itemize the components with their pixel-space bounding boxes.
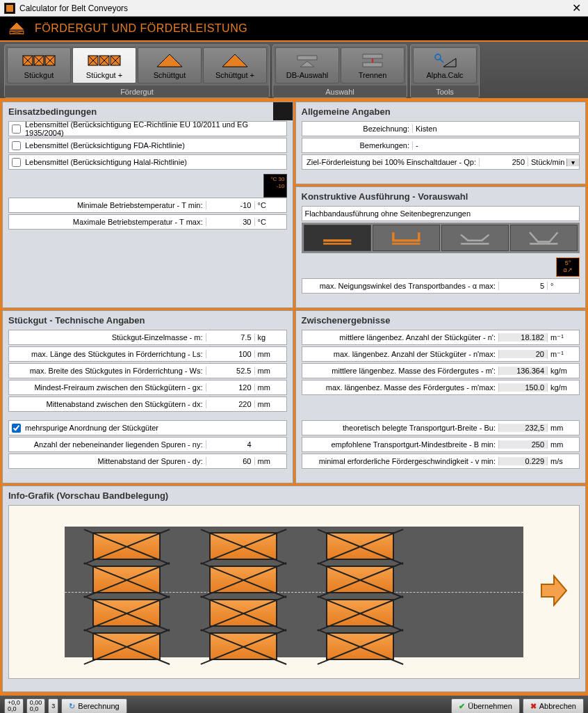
label: Mittenabstand zwischen den Stückgütern -…	[9, 400, 206, 408]
temperature-badge: °C 30-10	[263, 174, 287, 198]
banner: FÖRDERGUT UND FÖRDERLEISTUNG	[0, 17, 588, 40]
cancel-button[interactable]: ✖Abbrechen	[523, 698, 584, 713]
svg-rect-33	[323, 243, 351, 246]
value-input[interactable]: 7.5	[206, 333, 254, 342]
row-lebensmittel-ec[interactable]: Lebensmittel (Berücksichtigung EC-Richtl…	[8, 121, 287, 136]
value-readonly: 20	[498, 350, 547, 358]
unit: mm	[547, 440, 579, 449]
label: Mindest-Freiraum zwischen den Stückgüter…	[9, 383, 206, 392]
ribbon-group-label: Auswahl	[273, 86, 407, 97]
label: mehrspurige Anordnung der Stückgüter	[25, 424, 158, 432]
checkbox[interactable]	[12, 141, 21, 150]
row-mehrspurig[interactable]: mehrspurige Anordnung der Stückgüter	[8, 420, 287, 435]
svg-rect-38	[461, 243, 489, 246]
ribbon-btn-alpha-calc[interactable]: Alpha.Calc	[413, 47, 477, 83]
row-bezeichnung: Bezeichnung: Kisten	[302, 121, 580, 136]
input-tmin[interactable]: -10	[206, 201, 254, 209]
unit: mm	[547, 424, 579, 432]
value-readonly: 250	[498, 440, 547, 449]
ribbon-btn-db-auswahl[interactable]: DB-Auswahl	[275, 47, 339, 83]
label: Lebensmittel (Berücksichtigung EC-Richtl…	[25, 120, 284, 137]
ribbon-btn-trennen[interactable]: Trennen	[341, 47, 405, 83]
pile-icon	[154, 51, 185, 70]
value-input[interactable]: 120	[206, 383, 254, 392]
calculate-button[interactable]: ↻Berechnung	[61, 698, 126, 713]
value-input[interactable]: 60	[206, 457, 254, 465]
data-row: minimal erforderliche Fördergeschwindigk…	[302, 454, 580, 469]
data-row: Mittenabstand der Spuren - dy:60mm	[8, 454, 287, 469]
label: max. längenbez. Anzahl der Stückgüter - …	[302, 350, 499, 358]
svg-marker-0	[9, 22, 24, 30]
close-button[interactable]: ✕	[569, 1, 584, 15]
precision-inc-button[interactable]: +0,0 0,0	[4, 698, 24, 713]
unit: mm	[254, 400, 286, 408]
unit: mm	[254, 350, 286, 358]
label: Mittenabstand der Spuren - dy:	[9, 457, 206, 465]
input-ziel[interactable]: 250	[479, 158, 528, 166]
konstr-opt-trough-deep[interactable]	[510, 225, 578, 251]
ribbon-btn-stueckgut-plus[interactable]: Stückgut +	[72, 47, 136, 83]
panel-title: Allgemeine Angaben	[302, 106, 580, 117]
svg-rect-37	[418, 232, 420, 241]
unit: kg/m	[547, 383, 579, 392]
konstruktion-icon-row	[302, 223, 580, 253]
db-select-icon	[293, 51, 321, 70]
value-input[interactable]: 4	[206, 440, 254, 449]
unit: °C	[254, 201, 286, 209]
panel-title: Konstruktive Ausführung - Vorauswahl	[302, 191, 580, 202]
row-lebensmittel-halal[interactable]: Lebensmittel (Berücksichtigung Halal-Ric…	[8, 154, 287, 170]
app-icon	[4, 3, 15, 14]
konstr-opt-trough-slight[interactable]	[441, 225, 509, 251]
ribbon-group-auswahl: DB-Auswahl Trennen Auswahl	[272, 45, 407, 98]
ribbon-btn-stueckgut[interactable]: Stückgut	[7, 47, 71, 83]
digits-field[interactable]: 3	[48, 698, 58, 713]
apply-button[interactable]: ✔Übernehmen	[451, 698, 520, 713]
data-row: mittlere längenbez. Anzahl der Stückgüte…	[302, 330, 580, 345]
svg-rect-34	[392, 240, 420, 242]
select-ausfuehrung[interactable]: Flachbandausführung ohne Seitenbegrenzun…	[302, 206, 580, 221]
piece-box	[92, 632, 161, 660]
label: Stückgut-Einzelmasse - m:	[9, 333, 206, 342]
dropdown-button[interactable]: ▾	[566, 159, 579, 166]
svg-marker-22	[157, 54, 182, 67]
checkbox[interactable]	[12, 158, 21, 167]
piece-box	[326, 599, 394, 627]
data-row: max. längenbez. Masse des Fördergutes - …	[302, 380, 580, 395]
precision-dec-button[interactable]: 0,00 0,0	[26, 698, 46, 713]
unit: kg/m	[547, 367, 579, 375]
panel-title: Einsatzbedingungen	[8, 106, 287, 117]
unit: °C	[254, 218, 286, 226]
konstr-opt-sidewall[interactable]	[373, 225, 440, 251]
svg-marker-31	[443, 58, 456, 67]
checkbox-mehrspurig[interactable]	[12, 424, 21, 433]
row-tmin: Minimale Betriebstemperatur - T min: -10…	[8, 198, 287, 213]
piece-box	[326, 532, 394, 560]
input-bezeichnung[interactable]: Kisten	[412, 125, 579, 133]
alpha-calc-icon	[431, 51, 459, 70]
value-readonly: 0.229	[498, 457, 547, 465]
ribbon-btn-schuettgut-plus[interactable]: Schüttgut +	[203, 47, 267, 83]
konstr-opt-flat[interactable]	[304, 225, 371, 251]
refresh-icon: ↻	[69, 702, 75, 711]
value-input[interactable]: 220	[206, 400, 254, 408]
svg-line-30	[440, 59, 443, 63]
data-row: mittlere längenbez. Masse des Fördergute…	[302, 363, 580, 378]
value-input[interactable]: 100	[206, 350, 254, 358]
ribbon-btn-schuettgut[interactable]: Schüttgut	[138, 47, 202, 83]
input-tmax[interactable]: 30	[206, 218, 254, 226]
value-input[interactable]: 52.5	[206, 367, 254, 375]
panel-title: Stückgut - Technische Angaben	[8, 315, 287, 326]
unit: °	[547, 282, 579, 290]
piece-box	[209, 632, 277, 660]
ribbon-group-label: Tools	[411, 86, 479, 97]
panel-info-grafik: Info-Grafik (Vorschau Bandbelegung)	[2, 486, 586, 692]
checkbox[interactable]	[12, 125, 21, 134]
label: max. Länge des Stückgutes in Förderricht…	[9, 350, 206, 358]
input-angle[interactable]: 5	[498, 282, 547, 290]
svg-rect-26	[363, 54, 382, 58]
input-bemerkungen[interactable]: -	[412, 141, 579, 150]
label: mittlere längenbez. Anzahl der Stückgüte…	[302, 333, 499, 342]
value-readonly: 232,5	[498, 424, 547, 432]
row-lebensmittel-fda[interactable]: Lebensmittel (Berücksichtigung FDA-Richt…	[8, 138, 287, 153]
row-bemerkungen: Bemerkungen: -	[302, 138, 580, 153]
